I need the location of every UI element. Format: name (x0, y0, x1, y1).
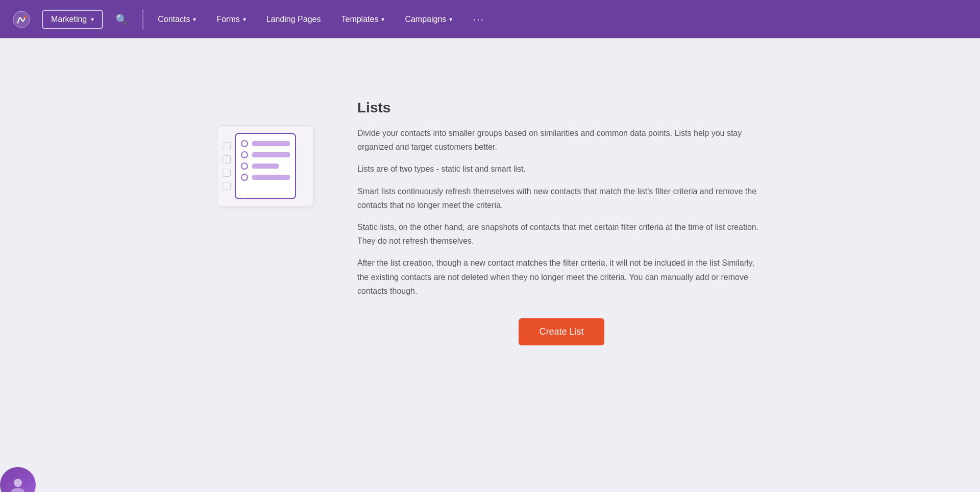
marketing-dropdown[interactable]: Marketing ▾ (42, 10, 103, 29)
nav-templates[interactable]: Templates ▾ (333, 11, 393, 28)
nav-contacts[interactable]: Contacts ▾ (150, 11, 204, 28)
list-row-1 (241, 140, 290, 147)
list-bar-3 (252, 163, 279, 169)
marketing-label: Marketing (51, 15, 87, 24)
description-3: Smart lists continuously refresh themsel… (357, 184, 766, 212)
description-5: After the list creation, though a new co… (357, 256, 766, 298)
nav-divider (142, 9, 143, 30)
list-circle-3 (241, 162, 248, 170)
deco-sq-4 (223, 182, 231, 190)
nav-landing-pages[interactable]: Landing Pages (258, 11, 329, 28)
search-button[interactable]: 🔍 (107, 9, 136, 30)
svg-point-2 (14, 479, 22, 487)
description-2: Lists are of two types - static list and… (357, 162, 766, 176)
navbar: Marketing ▾ 🔍 Contacts ▾ Forms ▾ Landing… (0, 0, 980, 38)
nav-more[interactable]: ··· (464, 9, 493, 29)
list-bar-2 (252, 152, 290, 157)
list-circle-2 (241, 151, 248, 158)
app-logo[interactable] (10, 8, 33, 31)
svg-point-1 (24, 15, 27, 17)
contacts-chevron-icon: ▾ (193, 16, 196, 23)
decoration-squares (223, 142, 231, 190)
nav-forms[interactable]: Forms ▾ (208, 11, 254, 28)
landing-pages-label: Landing Pages (266, 15, 321, 24)
list-row-2 (241, 151, 290, 158)
page-title: Lists (357, 100, 766, 116)
list-inner-icon (235, 133, 296, 199)
campaigns-chevron-icon: ▾ (449, 16, 452, 23)
description-1: Divide your contacts into smaller groups… (357, 126, 766, 154)
more-label: ··· (473, 13, 484, 25)
search-icon: 🔍 (115, 14, 128, 25)
text-section: Lists Divide your contacts into smaller … (357, 100, 766, 345)
list-circle-4 (241, 174, 248, 181)
lists-illustration (214, 120, 316, 212)
nav-campaigns[interactable]: Campaigns ▾ (397, 11, 460, 28)
list-circle-1 (241, 140, 248, 147)
user-avatar[interactable] (0, 467, 36, 492)
deco-sq-2 (223, 155, 231, 163)
svg-point-3 (11, 488, 24, 492)
marketing-chevron-icon: ▾ (91, 16, 94, 23)
main-content: Lists Divide your contacts into smaller … (0, 38, 980, 386)
deco-sq-3 (223, 169, 231, 177)
list-row-3 (241, 162, 290, 170)
forms-label: Forms (216, 15, 239, 24)
campaigns-label: Campaigns (405, 15, 446, 24)
description-4: Static lists, on the other hand, are sna… (357, 220, 766, 248)
create-btn-container: Create List (357, 318, 766, 345)
create-list-button[interactable]: Create List (519, 318, 604, 345)
templates-chevron-icon: ▾ (381, 16, 384, 23)
templates-label: Templates (341, 15, 378, 24)
contacts-label: Contacts (158, 15, 190, 24)
forms-chevron-icon: ▾ (243, 16, 246, 23)
list-row-4 (241, 174, 290, 181)
list-bar-1 (252, 141, 290, 146)
list-bar-4 (252, 175, 290, 180)
deco-sq-1 (223, 142, 231, 150)
